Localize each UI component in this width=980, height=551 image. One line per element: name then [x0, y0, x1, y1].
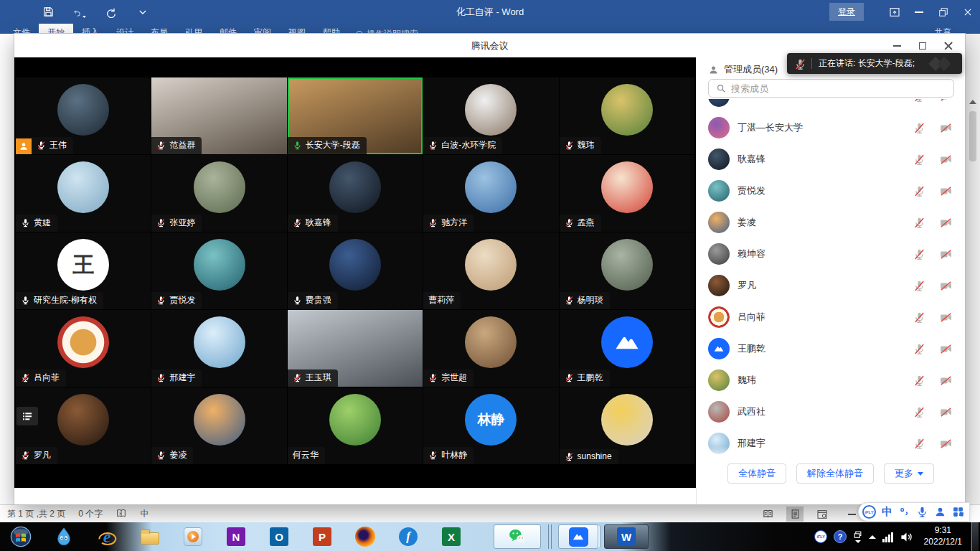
- customize-qat-chevron-icon[interactable]: [136, 6, 149, 19]
- panel-footer-button[interactable]: 更多: [884, 463, 934, 484]
- video-tile[interactable]: 长安大学-段磊: [288, 77, 423, 154]
- ribbon-tab[interactable]: 文件: [4, 24, 39, 34]
- video-tile[interactable]: 曹莉萍: [423, 232, 558, 309]
- video-tile[interactable]: 贾悦发: [151, 232, 286, 309]
- member-mic-muted-icon[interactable]: [913, 343, 925, 355]
- word-minimize-button[interactable]: [907, 0, 931, 24]
- member-mic-muted-icon[interactable]: [913, 154, 925, 166]
- member-mic-muted-icon[interactable]: [913, 375, 925, 387]
- member-row[interactable]: [697, 99, 965, 112]
- member-camera-muted-icon[interactable]: [940, 122, 952, 134]
- video-tile[interactable]: 白波-水环学院: [423, 77, 558, 154]
- video-tile[interactable]: 何云华: [288, 387, 423, 464]
- help-tray-icon[interactable]: ?: [834, 530, 847, 543]
- scrollbar-thumb[interactable]: [969, 111, 976, 161]
- member-row[interactable]: 王鹏乾: [697, 333, 965, 364]
- video-tile[interactable]: 林静 叶林静: [423, 387, 558, 464]
- ifly-logo-icon[interactable]: iFLY: [862, 505, 876, 519]
- member-search-box[interactable]: [708, 79, 954, 98]
- video-tile[interactable]: 王伟: [16, 77, 151, 154]
- media-player-icon[interactable]: [182, 526, 204, 547]
- scroll-up-icon[interactable]: [969, 100, 976, 104]
- member-row[interactable]: 武西社: [697, 396, 965, 428]
- internet-explorer-icon[interactable]: e: [96, 526, 118, 547]
- tell-me-search[interactable]: 操作说明搜索: [349, 24, 425, 34]
- video-tile[interactable]: 驰方洋: [423, 155, 558, 232]
- wechat-taskbar-button[interactable]: [494, 524, 541, 549]
- word-count[interactable]: 0 个字: [78, 508, 103, 520]
- member-mic-muted-icon[interactable]: [913, 99, 925, 103]
- member-mic-muted-icon[interactable]: [913, 311, 925, 324]
- volume-icon[interactable]: [900, 530, 913, 544]
- show-desktop-button[interactable]: [971, 522, 979, 551]
- language-bar-icon[interactable]: [853, 530, 862, 543]
- video-tile[interactable]: 黄婕: [16, 155, 151, 232]
- member-mic-muted-icon[interactable]: [913, 185, 925, 197]
- ribbon-display-options-icon[interactable]: [882, 0, 907, 24]
- video-tile[interactable]: 范益群: [151, 77, 286, 154]
- member-camera-muted-icon[interactable]: [940, 438, 952, 450]
- hidden-icons-button[interactable]: [869, 535, 876, 539]
- taskbar-clock[interactable]: 9:31 2022/12/1: [924, 525, 962, 547]
- video-tile[interactable]: 宗世超: [423, 310, 558, 387]
- firefox-icon[interactable]: [354, 526, 376, 547]
- member-row[interactable]: 魏玮: [697, 364, 965, 396]
- tencent-meeting-taskbar-button[interactable]: [558, 524, 598, 549]
- zoom-out-icon[interactable]: [848, 514, 856, 515]
- member-row[interactable]: 邢建宇: [697, 428, 965, 458]
- share-button[interactable]: 共享: [934, 24, 980, 34]
- member-mic-muted-icon[interactable]: [913, 438, 925, 450]
- ribbon-tab[interactable]: 引用: [176, 24, 211, 34]
- video-tile[interactable]: 姜凌: [151, 387, 286, 464]
- video-tile[interactable]: 费贵强: [288, 232, 423, 309]
- video-tile[interactable]: 王 研究生院-柳有权: [16, 232, 151, 309]
- member-mic-muted-icon[interactable]: [913, 248, 925, 260]
- ribbon-tab[interactable]: 邮件: [211, 24, 245, 34]
- video-tile[interactable]: 邢建宇: [151, 310, 286, 387]
- start-button[interactable]: [10, 526, 32, 547]
- member-mic-muted-icon[interactable]: [913, 406, 925, 418]
- member-search-input[interactable]: [731, 83, 946, 94]
- member-row[interactable]: 罗凡: [697, 270, 965, 301]
- member-camera-muted-icon[interactable]: [940, 311, 952, 324]
- file-explorer-icon[interactable]: [139, 526, 161, 547]
- member-camera-muted-icon[interactable]: [940, 217, 952, 229]
- member-camera-muted-icon[interactable]: [940, 343, 952, 355]
- member-row[interactable]: 丁湛—长安大学: [697, 112, 965, 143]
- word-restore-button[interactable]: [931, 0, 956, 24]
- redo-icon[interactable]: [105, 6, 118, 19]
- meeting-maximize-button[interactable]: [913, 37, 932, 55]
- member-camera-muted-icon[interactable]: [940, 99, 952, 103]
- login-button[interactable]: 登录: [829, 3, 864, 21]
- ribbon-tab[interactable]: 插入: [73, 24, 108, 34]
- print-layout-icon[interactable]: [786, 507, 804, 522]
- video-tile[interactable]: 王玉琪: [288, 310, 423, 387]
- member-camera-muted-icon[interactable]: [940, 248, 952, 260]
- ifly-tray-icon[interactable]: iFLY: [814, 530, 827, 543]
- word-taskbar-button[interactable]: W: [604, 524, 649, 549]
- onenote-icon[interactable]: N: [225, 526, 247, 547]
- member-camera-muted-icon[interactable]: [940, 280, 952, 292]
- panel-footer-button[interactable]: 解除全体静音: [796, 463, 874, 484]
- member-mic-muted-icon[interactable]: [913, 217, 925, 229]
- network-signal-icon[interactable]: [882, 532, 893, 542]
- video-tile[interactable]: 耿嘉锋: [288, 155, 423, 232]
- proofing-icon[interactable]: [116, 508, 127, 519]
- voice-input-icon[interactable]: [916, 506, 928, 518]
- member-camera-muted-icon[interactable]: [940, 154, 952, 166]
- outlook-icon[interactable]: O: [268, 526, 290, 547]
- member-row[interactable]: 姜凌: [697, 207, 965, 238]
- video-tile[interactable]: 孟燕: [560, 155, 694, 232]
- video-tile[interactable]: 张亚婷: [151, 155, 286, 232]
- member-camera-muted-icon[interactable]: [940, 406, 952, 418]
- ribbon-tab[interactable]: 设计: [108, 24, 142, 34]
- member-row[interactable]: 贾悦发: [697, 175, 965, 207]
- member-list[interactable]: 丁湛—长安大学 耿嘉锋 贾悦发 姜凌: [697, 99, 965, 458]
- read-mode-icon[interactable]: [759, 507, 776, 522]
- web-layout-icon[interactable]: [814, 507, 831, 522]
- video-tile[interactable]: 吕向菲: [16, 310, 151, 387]
- video-tile[interactable]: 罗凡: [16, 387, 151, 464]
- video-tile[interactable]: sunshine: [560, 387, 694, 464]
- undo-button[interactable]: [73, 6, 86, 19]
- ime-panel-grid-icon[interactable]: [952, 506, 964, 518]
